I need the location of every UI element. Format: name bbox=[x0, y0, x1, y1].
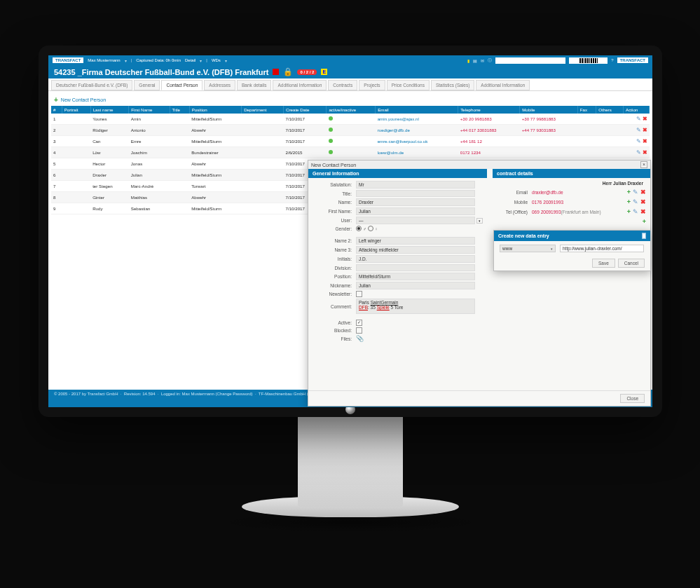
add-contact-row-icon[interactable]: + bbox=[643, 218, 646, 225]
delete-icon[interactable]: ✖ bbox=[640, 189, 646, 196]
delete-icon[interactable]: ✖ bbox=[640, 208, 646, 215]
table-row[interactable]: 3CanEmreMittelfeld/Sturm7/10/2017emre.ca… bbox=[51, 136, 650, 147]
info-icon[interactable]: ⓘ bbox=[488, 57, 492, 64]
close-icon[interactable]: × bbox=[640, 161, 647, 168]
email-link[interactable]: loew@ulm.de bbox=[378, 150, 404, 155]
topbar-user[interactable]: Max Mustermann bbox=[88, 58, 120, 62]
edit-icon[interactable]: ✎ bbox=[636, 127, 641, 133]
plus-icon[interactable]: + bbox=[627, 208, 631, 215]
help-icon[interactable]: ? bbox=[611, 58, 613, 62]
field-salutation[interactable]: Mr bbox=[356, 181, 475, 189]
tab-7[interactable]: Projects bbox=[359, 80, 385, 90]
delete-icon[interactable]: ✖ bbox=[643, 116, 647, 122]
edit-icon[interactable]: ✎ bbox=[633, 208, 638, 215]
tab-10[interactable]: Additional Information bbox=[476, 80, 530, 90]
col-header[interactable]: Email bbox=[376, 106, 458, 114]
contact-value[interactable]: 0176 20091993 bbox=[532, 200, 563, 205]
edit-icon[interactable]: ✎ bbox=[633, 189, 638, 196]
col-header[interactable]: Others bbox=[596, 106, 624, 114]
close-icon[interactable]: × bbox=[642, 233, 646, 239]
paperclip-icon[interactable]: 📎 bbox=[356, 335, 364, 342]
search-input[interactable] bbox=[495, 57, 565, 64]
radio-male[interactable] bbox=[356, 226, 362, 231]
plus-icon[interactable]: + bbox=[627, 189, 631, 196]
lbl-name3: Name 3: bbox=[313, 247, 356, 252]
tab-4[interactable]: Bank details bbox=[237, 80, 271, 90]
topbar-wds[interactable]: WDs bbox=[212, 58, 221, 62]
email-link[interactable]: ruediger@dfb.de bbox=[378, 128, 410, 132]
topbar-detail[interactable]: Detail bbox=[185, 58, 195, 62]
email-link[interactable]: amin.younes@ajax.nl bbox=[378, 116, 419, 121]
tab-0[interactable]: Deutscher Fußball-Bund e.V. (DFB) bbox=[51, 80, 132, 90]
col-header[interactable]: Telephone bbox=[458, 106, 520, 114]
lbl-active: Active: bbox=[313, 320, 356, 325]
tab-6[interactable]: Contracts bbox=[328, 80, 357, 90]
col-header[interactable]: First Name bbox=[129, 106, 170, 114]
field-initials[interactable]: J.D. bbox=[356, 255, 475, 263]
col-header[interactable]: Mobile bbox=[520, 106, 578, 114]
delete-icon[interactable]: ✖ bbox=[643, 138, 647, 144]
plus-icon[interactable]: + bbox=[627, 198, 631, 205]
edit-icon[interactable]: ✎ bbox=[636, 149, 641, 156]
lbl-comment: Comment: bbox=[313, 304, 356, 309]
table-row[interactable]: 1YounesAminMittelfeld/Sturm7/10/2017amin… bbox=[51, 114, 650, 125]
lbl-name2: Name 2: bbox=[313, 238, 356, 243]
contact-value[interactable]: 069 20091993 bbox=[532, 210, 561, 214]
col-header[interactable]: Title bbox=[170, 106, 189, 114]
table-row[interactable]: 2RüdigerAntonioAbwehr7/10/2017ruediger@d… bbox=[51, 125, 650, 136]
field-title[interactable] bbox=[356, 190, 475, 197]
footer-revision: Revision: 14.594 bbox=[124, 392, 156, 396]
table-row[interactable]: 4LöwJoachimBundestrainer2/6/2015loew@ulm… bbox=[51, 147, 650, 158]
chevron-down-icon[interactable]: ▾ bbox=[476, 218, 483, 224]
field-user[interactable]: — bbox=[356, 217, 475, 224]
field-name3[interactable]: Attacking midfielder bbox=[356, 246, 475, 254]
col-header[interactable]: Last name bbox=[90, 106, 129, 114]
field-name[interactable]: Draxler bbox=[356, 198, 475, 206]
active-dot-icon bbox=[329, 128, 333, 132]
cancel-button[interactable]: Cancel bbox=[618, 259, 645, 268]
field-comment[interactable]: Paris SaintGermain DFB: 35 Spiele 5 Tore bbox=[356, 299, 475, 314]
tab-3[interactable]: Addresses bbox=[204, 80, 235, 90]
tab-1[interactable]: General bbox=[134, 80, 160, 90]
doc-icon[interactable]: ▤ bbox=[473, 58, 477, 63]
lbl-user: User: bbox=[313, 218, 356, 223]
checkbox-blocked[interactable] bbox=[356, 327, 362, 334]
delete-icon[interactable]: ✖ bbox=[640, 198, 646, 205]
field-nickname[interactable]: Julian bbox=[356, 282, 475, 289]
close-button[interactable]: Close bbox=[620, 394, 645, 403]
col-header[interactable]: Create Date bbox=[283, 106, 326, 114]
mail-icon[interactable]: ✉ bbox=[481, 58, 484, 63]
field-position[interactable]: Mittelfeld/Sturm bbox=[356, 273, 475, 280]
col-header[interactable]: active/inactive bbox=[327, 106, 376, 114]
chart-icon[interactable]: ▮ bbox=[467, 58, 469, 63]
tab-2[interactable]: Contact Person bbox=[161, 80, 203, 90]
tab-9[interactable]: Statistics (Sales) bbox=[431, 80, 474, 90]
checkbox-active[interactable]: ✓ bbox=[356, 320, 362, 326]
col-header[interactable]: Fax bbox=[577, 106, 596, 114]
checkbox-newsletter[interactable] bbox=[356, 291, 362, 297]
field-division[interactable] bbox=[356, 264, 475, 271]
new-contact-link[interactable]: + New Contact Person bbox=[51, 94, 650, 106]
tab-5[interactable]: Additional Information bbox=[273, 80, 327, 90]
contact-value[interactable]: draxler@dfb.de bbox=[532, 190, 563, 195]
delete-icon[interactable]: ✖ bbox=[643, 149, 647, 156]
col-header[interactable]: # bbox=[51, 106, 62, 114]
delete-icon[interactable]: ✖ bbox=[643, 127, 647, 133]
entry-type-select[interactable]: www bbox=[500, 245, 556, 252]
entry-url-input[interactable]: http://www.julian-draxler.com/ bbox=[560, 245, 644, 252]
edit-icon[interactable]: ✎ bbox=[636, 138, 641, 144]
col-header[interactable]: Portrait bbox=[62, 106, 90, 114]
flag-icon bbox=[273, 69, 279, 75]
col-header[interactable]: Department bbox=[242, 106, 284, 114]
popup-title: New Contact Person bbox=[311, 163, 356, 167]
field-name2[interactable]: Left winger bbox=[356, 237, 475, 245]
tab-8[interactable]: Price Conditions bbox=[387, 80, 430, 90]
email-link[interactable]: emre.can@liverpool.co.uk bbox=[378, 139, 428, 144]
col-header[interactable]: Action bbox=[624, 106, 650, 114]
edit-icon[interactable]: ✎ bbox=[636, 116, 641, 122]
save-button[interactable]: Save bbox=[592, 259, 615, 268]
edit-icon[interactable]: ✎ bbox=[633, 198, 638, 205]
col-header[interactable]: Position bbox=[189, 106, 242, 114]
radio-female[interactable] bbox=[368, 226, 373, 231]
field-firstname[interactable]: Julian bbox=[356, 207, 475, 215]
